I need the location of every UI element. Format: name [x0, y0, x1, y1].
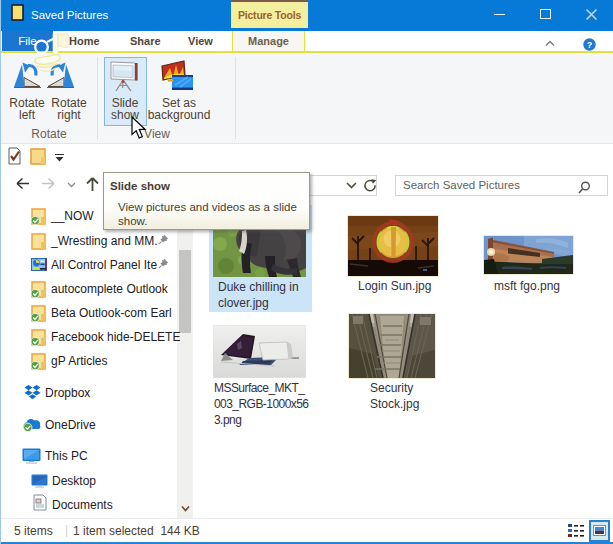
svg-text:?: ? — [587, 40, 593, 50]
